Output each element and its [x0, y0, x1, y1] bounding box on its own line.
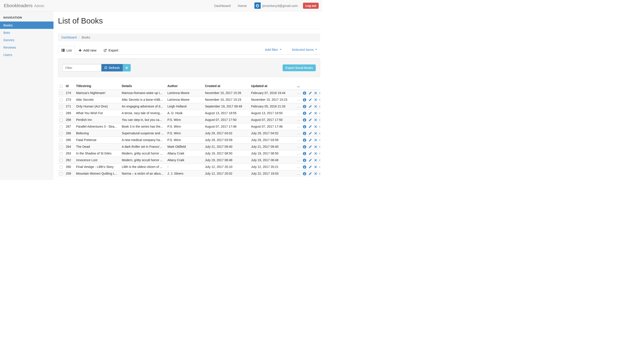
row-checkbox[interactable]	[60, 146, 63, 148]
sidebar-item-users[interactable]: Users	[0, 51, 54, 59]
view-eye-icon[interactable]	[319, 119, 320, 121]
edit-pencil-icon[interactable]	[308, 91, 312, 95]
row-more-link[interactable]: ...	[297, 111, 300, 115]
info-icon[interactable]	[303, 159, 306, 162]
row-more-link[interactable]: ...	[297, 145, 300, 149]
edit-pencil-icon[interactable]	[308, 105, 312, 108]
nav-link-dashboard[interactable]: Dashboard	[210, 4, 234, 8]
row-more-link[interactable]: ...	[297, 91, 300, 95]
view-eye-icon[interactable]	[319, 105, 320, 108]
filter-input[interactable]	[62, 64, 102, 71]
row-more-link[interactable]: ...	[297, 165, 300, 169]
row-more-link[interactable]: ...	[297, 118, 300, 122]
tab-list[interactable]: List	[58, 46, 75, 55]
export-found-books-button[interactable]: Export found Books	[282, 65, 316, 71]
row-checkbox[interactable]	[60, 105, 63, 108]
delete-x-icon[interactable]	[314, 132, 317, 135]
delete-x-icon[interactable]	[314, 118, 317, 121]
row-checkbox[interactable]	[60, 152, 63, 155]
sidebar-item-books[interactable]: Books	[0, 22, 54, 29]
delete-x-icon[interactable]	[314, 125, 317, 128]
info-icon[interactable]	[303, 118, 306, 122]
delete-x-icon[interactable]	[314, 165, 317, 168]
view-eye-icon[interactable]	[319, 125, 320, 128]
select-all-checkbox[interactable]	[60, 85, 63, 88]
brand[interactable]: Ebookleaders Admin	[4, 3, 44, 8]
info-icon[interactable]	[303, 105, 306, 108]
row-id: 267	[64, 123, 74, 130]
delete-x-icon[interactable]	[314, 112, 317, 115]
sidebar-item-reviews[interactable]: Reviews	[0, 44, 54, 51]
delete-x-icon[interactable]	[314, 139, 317, 142]
delete-x-icon[interactable]	[314, 105, 317, 108]
tab-export[interactable]: Export	[100, 46, 122, 55]
edit-pencil-icon[interactable]	[308, 125, 312, 128]
view-eye-icon[interactable]	[319, 159, 320, 162]
delete-x-icon[interactable]	[314, 92, 317, 95]
row-checkbox[interactable]	[60, 172, 63, 175]
sidebar-item-genres[interactable]: Genres	[0, 36, 54, 44]
delete-x-icon[interactable]	[314, 98, 317, 101]
info-icon[interactable]	[303, 112, 306, 115]
row-more-link[interactable]: ...	[297, 131, 300, 135]
row-more-link[interactable]: ...	[297, 98, 300, 102]
refresh-button[interactable]: Refresh	[101, 64, 122, 71]
delete-x-icon[interactable]	[314, 145, 317, 148]
view-eye-icon[interactable]	[319, 166, 320, 168]
tab-add-new[interactable]: Add new	[75, 46, 100, 55]
row-checkbox[interactable]	[60, 125, 63, 128]
edit-pencil-icon[interactable]	[308, 132, 312, 135]
edit-pencil-icon[interactable]	[308, 152, 312, 155]
edit-pencil-icon[interactable]	[308, 98, 312, 101]
row-more-link[interactable]: ...	[297, 125, 300, 129]
row-checkbox[interactable]	[60, 166, 63, 169]
sidebar-item-bots[interactable]: Bots	[0, 29, 54, 36]
edit-pencil-icon[interactable]	[308, 118, 312, 122]
row-more-link[interactable]: ...	[297, 151, 300, 156]
info-icon[interactable]	[303, 91, 306, 95]
edit-pencil-icon[interactable]	[308, 112, 312, 115]
view-eye-icon[interactable]	[319, 132, 320, 135]
row-checkbox[interactable]	[60, 99, 63, 101]
row-checkbox[interactable]	[60, 139, 63, 142]
row-more-link[interactable]: ...	[297, 158, 300, 162]
nav-link-home[interactable]: Home	[234, 4, 250, 8]
selected-items-dropdown[interactable]: Selected items	[292, 48, 317, 52]
view-eye-icon[interactable]	[319, 139, 320, 142]
info-icon[interactable]	[303, 145, 306, 149]
row-checkbox[interactable]	[60, 112, 63, 115]
info-icon[interactable]	[303, 125, 306, 129]
breadcrumb-dashboard-link[interactable]: Dashboard	[61, 36, 77, 39]
view-eye-icon[interactable]	[319, 112, 320, 115]
info-icon[interactable]	[303, 165, 306, 169]
row-checkbox[interactable]	[60, 132, 63, 135]
view-eye-icon[interactable]	[319, 152, 320, 155]
info-icon[interactable]	[303, 132, 306, 135]
delete-x-icon[interactable]	[314, 159, 317, 162]
info-icon[interactable]	[303, 152, 306, 155]
edit-pencil-icon[interactable]	[308, 145, 312, 148]
view-eye-icon[interactable]	[319, 172, 320, 175]
clear-filter-button[interactable]	[122, 64, 131, 71]
view-eye-icon[interactable]	[319, 99, 320, 101]
info-icon[interactable]	[303, 98, 306, 102]
row-checkbox[interactable]	[60, 119, 63, 122]
logout-button[interactable]: Log out	[303, 3, 319, 9]
edit-pencil-icon[interactable]	[308, 159, 312, 162]
row-more-link[interactable]: ...	[297, 138, 300, 142]
add-filter-dropdown[interactable]: Add filter	[265, 48, 281, 52]
info-icon[interactable]	[303, 172, 306, 176]
delete-x-icon[interactable]	[314, 172, 317, 175]
info-icon[interactable]	[303, 138, 306, 142]
edit-pencil-icon[interactable]	[308, 138, 312, 142]
view-eye-icon[interactable]	[319, 146, 320, 148]
delete-x-icon[interactable]	[314, 152, 317, 155]
row-more-link[interactable]: ...	[297, 171, 300, 176]
row-checkbox[interactable]	[60, 159, 63, 162]
view-eye-icon[interactable]	[319, 92, 320, 95]
row-more-link[interactable]: ...	[297, 104, 300, 109]
edit-pencil-icon[interactable]	[308, 172, 312, 175]
row-checkbox[interactable]	[60, 92, 63, 95]
avatar[interactable]	[254, 3, 261, 9]
edit-pencil-icon[interactable]	[308, 165, 312, 169]
